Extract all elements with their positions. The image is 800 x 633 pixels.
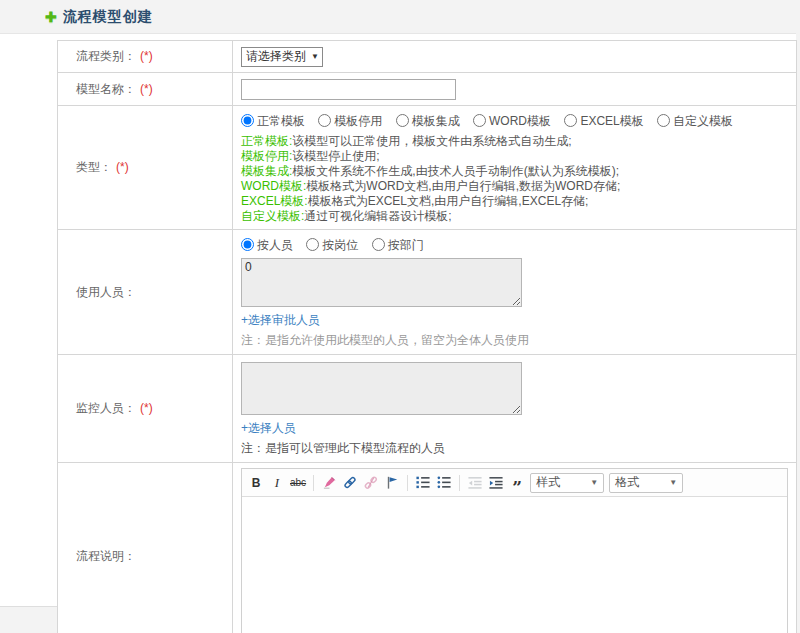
users-mode-group: 按人员 按岗位 按部门 <box>241 237 788 254</box>
type-radio-disabled[interactable] <box>318 114 331 127</box>
type-desc-integrated: 模板集成:模板文件系统不作生成,由技术人员手动制作(默认为系统模板); <box>241 164 788 179</box>
toolbar-separator <box>407 475 408 491</box>
rich-text-editor: B I abc ” <box>241 468 788 633</box>
type-desc-excel: EXCEL模板:模板格式为EXCEL文档,由用户自行编辑,EXCEL存储; <box>241 194 788 209</box>
process-model-form: 流程类别：(*) 请选择类别 ▼ 模型名称：(*) 类型：(*) <box>57 40 797 633</box>
style-combo[interactable]: 样式 ▼ <box>530 473 604 493</box>
toolbar-separator <box>313 475 314 491</box>
type-option-normal[interactable]: 正常模板 <box>241 114 305 128</box>
row-type: 类型：(*) 正常模板 模板停用 模板集成 WORD模板 EXCEL模板 自定义… <box>58 106 797 230</box>
type-option-excel[interactable]: EXCEL模板 <box>564 114 643 128</box>
page-title: 流程模型创建 <box>63 8 153 26</box>
ordered-list-button[interactable] <box>415 474 431 492</box>
chevron-down-icon: ▼ <box>669 478 677 487</box>
remove-format-button[interactable] <box>321 474 337 492</box>
required-mark: (*) <box>116 160 129 174</box>
monitors-label: 监控人员： <box>76 401 136 415</box>
anchor-flag-icon[interactable] <box>384 474 400 492</box>
users-mode-dept[interactable]: 按部门 <box>372 238 424 252</box>
users-textarea[interactable]: 0 <box>241 258 522 307</box>
type-desc-word: WORD模板:模板格式为WORD文档,由用户自行编辑,数据为WORD存储; <box>241 179 788 194</box>
category-select[interactable]: 请选择类别 ▼ <box>241 47 323 67</box>
type-option-word[interactable]: WORD模板 <box>473 114 551 128</box>
toolbar-separator <box>459 475 460 491</box>
monitors-textarea[interactable] <box>241 362 522 415</box>
italic-button[interactable]: I <box>269 474 285 492</box>
category-select-value: 请选择类别 <box>246 48 306 65</box>
type-radio-word[interactable] <box>473 114 486 127</box>
type-radio-normal[interactable] <box>241 114 254 127</box>
users-mode-post-radio[interactable] <box>306 238 319 251</box>
indent-button[interactable] <box>488 474 504 492</box>
row-users: 使用人员： 按人员 按岗位 按部门 0 +选择审批人员 注：是指允许使用此模型的… <box>58 230 797 355</box>
row-description: 流程说明： B I abc <box>58 463 797 633</box>
chevron-down-icon: ▼ <box>590 478 598 487</box>
type-option-custom[interactable]: 自定义模板 <box>657 114 733 128</box>
type-desc-disabled: 模板停用:该模型停止使用; <box>241 149 788 164</box>
model-name-label: 模型名称： <box>76 82 136 96</box>
outdent-button[interactable] <box>467 474 483 492</box>
type-label: 类型： <box>76 160 112 174</box>
users-note: 注：是指允许使用此模型的人员，留空为全体人员使用 <box>241 332 788 349</box>
type-desc-custom: 自定义模板:通过可视化编辑器设计模板; <box>241 209 788 224</box>
users-mode-person-radio[interactable] <box>241 238 254 251</box>
type-radio-custom[interactable] <box>657 114 670 127</box>
plus-icon: ✚ <box>45 9 57 25</box>
model-name-input[interactable] <box>241 79 456 100</box>
content-panel: 流程类别：(*) 请选择类别 ▼ 模型名称：(*) 类型：(*) <box>0 33 796 607</box>
required-mark: (*) <box>140 401 153 415</box>
page-header: ✚ 流程模型创建 <box>0 0 800 33</box>
required-mark: (*) <box>140 82 153 96</box>
users-mode-person[interactable]: 按人员 <box>241 238 293 252</box>
strikethrough-button[interactable]: abc <box>290 474 306 492</box>
monitors-note: 注：是指可以管理此下模型流程的人员 <box>241 440 788 457</box>
users-mode-dept-radio[interactable] <box>372 238 385 251</box>
users-mode-post[interactable]: 按岗位 <box>306 238 358 252</box>
row-model-name: 模型名称：(*) <box>58 73 797 106</box>
blockquote-button[interactable]: ” <box>509 474 525 492</box>
editor-toolbar: B I abc ” <box>242 469 787 497</box>
type-radio-excel[interactable] <box>564 114 577 127</box>
type-radio-group: 正常模板 模板停用 模板集成 WORD模板 EXCEL模板 自定义模板 <box>241 113 788 130</box>
type-option-disabled[interactable]: 模板停用 <box>318 114 382 128</box>
select-monitors-link[interactable]: +选择人员 <box>241 420 296 437</box>
description-label: 流程说明： <box>76 549 136 563</box>
link-icon[interactable] <box>342 474 358 492</box>
category-label: 流程类别： <box>76 49 136 63</box>
bold-button[interactable]: B <box>248 474 264 492</box>
users-label: 使用人员： <box>76 285 136 299</box>
required-mark: (*) <box>140 49 153 63</box>
editor-content-area[interactable] <box>242 497 787 633</box>
row-category: 流程类别：(*) 请选择类别 ▼ <box>58 41 797 73</box>
format-combo[interactable]: 格式 ▼ <box>609 473 683 493</box>
row-monitors: 监控人员：(*) +选择人员 注：是指可以管理此下模型流程的人员 <box>58 355 797 463</box>
type-desc-normal: 正常模板:该模型可以正常使用，模板文件由系统格式自动生成; <box>241 134 788 149</box>
select-approvers-link[interactable]: +选择审批人员 <box>241 312 320 329</box>
type-option-integrated[interactable]: 模板集成 <box>396 114 460 128</box>
chevron-down-icon: ▼ <box>311 52 319 61</box>
unordered-list-button[interactable] <box>436 474 452 492</box>
type-radio-integrated[interactable] <box>396 114 409 127</box>
unlink-icon[interactable] <box>363 474 379 492</box>
